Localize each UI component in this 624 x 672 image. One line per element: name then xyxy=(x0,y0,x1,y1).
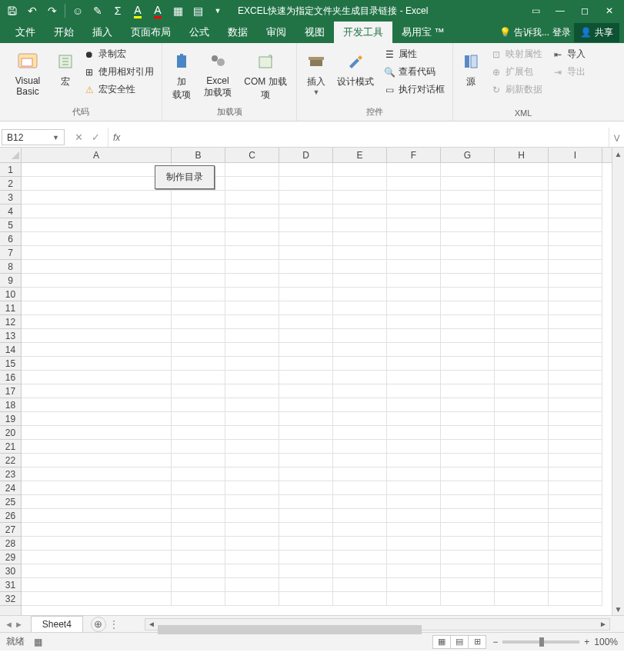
make-directory-button[interactable]: 制作目录 xyxy=(155,165,215,189)
cell[interactable] xyxy=(333,578,387,592)
excel-addins-button[interactable]: Excel 加载项 xyxy=(199,46,236,102)
cell[interactable] xyxy=(172,246,225,260)
add-sheet-button[interactable]: ⊕ xyxy=(91,617,106,632)
cell[interactable] xyxy=(172,467,225,481)
cell[interactable] xyxy=(22,440,172,454)
col-header-c[interactable]: C xyxy=(225,148,279,162)
cell[interactable] xyxy=(549,537,602,551)
name-box[interactable]: B12 ▼ xyxy=(2,129,65,145)
cell[interactable] xyxy=(549,274,602,288)
scroll-right-icon[interactable]: ► xyxy=(597,620,609,628)
normal-view-icon[interactable]: ▦ xyxy=(432,635,451,649)
cell[interactable] xyxy=(225,274,279,288)
cell[interactable] xyxy=(333,260,387,274)
cell[interactable] xyxy=(441,495,495,509)
view-code-button[interactable]: 🔍查看代码 xyxy=(380,64,448,80)
zoom-slider[interactable] xyxy=(502,640,579,644)
row-header[interactable]: 16 xyxy=(0,371,21,384)
cell[interactable] xyxy=(225,246,279,260)
cell[interactable] xyxy=(279,191,333,205)
cell[interactable] xyxy=(441,205,495,218)
cancel-icon[interactable]: ✕ xyxy=(71,131,86,143)
cell[interactable] xyxy=(172,315,225,329)
cell[interactable] xyxy=(387,315,441,329)
cell[interactable] xyxy=(225,384,279,398)
design-mode-button[interactable]: 设计模式 xyxy=(334,46,377,91)
cell[interactable] xyxy=(495,177,549,191)
cell[interactable] xyxy=(172,564,225,578)
cell[interactable] xyxy=(387,509,441,523)
cell[interactable] xyxy=(225,177,279,191)
cell[interactable] xyxy=(172,288,225,301)
horizontal-scrollbar[interactable]: ◄ ► xyxy=(145,618,610,630)
cell[interactable] xyxy=(495,481,549,495)
col-header-a[interactable]: A xyxy=(22,148,172,162)
cell[interactable] xyxy=(441,578,495,592)
zoom-in-icon[interactable]: + xyxy=(584,637,589,647)
cell[interactable] xyxy=(333,343,387,357)
tellme-icon[interactable]: 💡 xyxy=(499,27,511,38)
cell[interactable] xyxy=(22,218,172,232)
qat-more-icon[interactable]: ▼ xyxy=(209,2,227,20)
cell[interactable] xyxy=(387,537,441,551)
cell[interactable] xyxy=(279,177,333,191)
cell[interactable] xyxy=(225,357,279,371)
cell[interactable] xyxy=(172,260,225,274)
cell[interactable] xyxy=(279,315,333,329)
tab-data[interactable]: 数据 xyxy=(219,22,257,43)
save-icon[interactable] xyxy=(3,2,22,20)
cell[interactable] xyxy=(333,191,387,205)
cell[interactable] xyxy=(549,384,602,398)
cell[interactable] xyxy=(495,564,549,578)
cell[interactable] xyxy=(172,398,225,412)
cell[interactable] xyxy=(441,232,495,246)
cell[interactable] xyxy=(22,564,172,578)
cell[interactable] xyxy=(172,412,225,426)
cell[interactable] xyxy=(549,177,602,191)
tab-page-layout[interactable]: 页面布局 xyxy=(122,22,180,43)
row-header[interactable]: 19 xyxy=(0,412,21,426)
redo-icon[interactable]: ↷ xyxy=(43,2,62,20)
cell[interactable] xyxy=(172,205,225,218)
cell[interactable] xyxy=(22,260,172,274)
row-header[interactable]: 13 xyxy=(0,329,21,343)
cell[interactable] xyxy=(333,329,387,343)
cell[interactable] xyxy=(387,329,441,343)
cell[interactable] xyxy=(333,163,387,177)
row-header[interactable]: 11 xyxy=(0,301,21,315)
cell[interactable] xyxy=(549,398,602,412)
cell[interactable] xyxy=(333,454,387,467)
cell[interactable] xyxy=(549,440,602,454)
login-link[interactable]: 登录 xyxy=(552,26,571,39)
cell[interactable] xyxy=(495,288,549,301)
cell[interactable] xyxy=(333,315,387,329)
sheet-nav-next-icon[interactable]: ► xyxy=(15,620,23,629)
cell[interactable] xyxy=(495,371,549,384)
cell[interactable] xyxy=(22,232,172,246)
cell[interactable] xyxy=(495,578,549,592)
row-header[interactable]: 15 xyxy=(0,357,21,371)
cell[interactable] xyxy=(495,537,549,551)
cell[interactable] xyxy=(441,260,495,274)
cell[interactable] xyxy=(441,177,495,191)
cell[interactable] xyxy=(495,315,549,329)
cell[interactable] xyxy=(279,232,333,246)
col-header-b[interactable]: B xyxy=(172,148,225,162)
scroll-down-icon[interactable]: ▼ xyxy=(612,603,624,615)
cell[interactable] xyxy=(225,454,279,467)
cell[interactable] xyxy=(279,537,333,551)
tellme-text[interactable]: 告诉我... xyxy=(514,26,549,39)
fill-color-icon[interactable]: A xyxy=(128,2,147,20)
cell[interactable] xyxy=(22,315,172,329)
cell[interactable] xyxy=(549,578,602,592)
cell[interactable] xyxy=(172,537,225,551)
cell[interactable] xyxy=(441,398,495,412)
cell[interactable] xyxy=(387,495,441,509)
cell[interactable] xyxy=(441,426,495,440)
cell[interactable] xyxy=(441,384,495,398)
cell[interactable] xyxy=(22,357,172,371)
cell[interactable] xyxy=(22,551,172,564)
cell[interactable] xyxy=(333,398,387,412)
row-header[interactable]: 3 xyxy=(0,191,21,205)
cell[interactable] xyxy=(279,384,333,398)
